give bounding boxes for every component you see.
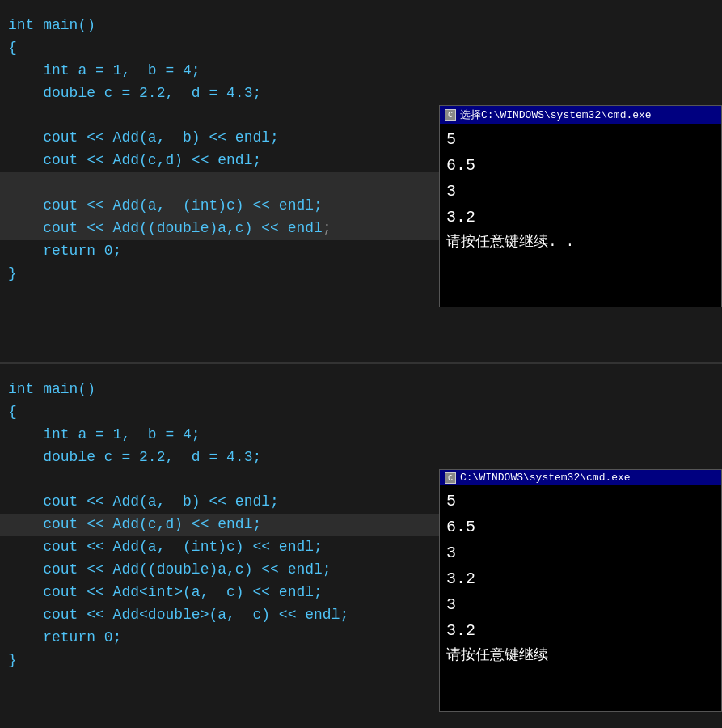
bottom-console-line-6: 3.2	[446, 618, 715, 644]
bottom-console-line-4: 3.2	[446, 566, 715, 592]
bottom-console-body: 5 6.5 3 3.2 3 3.2 请按任意键继续	[440, 485, 721, 671]
top-console: C 选择C:\WINDOWS\system32\cmd.exe 5 6.5 3 …	[439, 105, 722, 307]
top-console-body: 5 6.5 3 3.2 请按任意键继续. .	[440, 124, 721, 257]
bottom-line-1: int main()	[8, 379, 722, 401]
top-line-3: int a = 1, b = 4;	[8, 60, 722, 83]
bottom-line-3: int a = 1, b = 4;	[8, 424, 722, 447]
top-line-4: double c = 2.2, d = 4.3;	[8, 83, 722, 105]
bottom-console-title: C:\WINDOWS\system32\cmd.exe	[460, 472, 631, 484]
top-console-line-2: 6.5	[446, 153, 715, 179]
top-console-line-4: 3.2	[446, 205, 715, 231]
bottom-console-line-7: 请按任意键继续	[446, 644, 715, 667]
top-panel: int main() { int a = 1, b = 4; double c …	[0, 0, 722, 364]
top-console-title: 选择C:\WINDOWS\system32\cmd.exe	[460, 108, 652, 122]
bottom-console-titlebar: C C:\WINDOWS\system32\cmd.exe	[440, 470, 721, 485]
top-console-line-5: 请按任意键继续. .	[446, 231, 715, 254]
bottom-console-line-1: 5	[446, 489, 715, 514]
top-console-titlebar-icon: C	[445, 109, 456, 121]
top-line-1: int main()	[8, 15, 722, 37]
top-line-2: {	[8, 37, 722, 60]
bottom-panel: int main() { int a = 1, b = 4; double c …	[0, 364, 722, 728]
top-console-titlebar: C 选择C:\WINDOWS\system32\cmd.exe	[440, 106, 721, 124]
bottom-console-line-5: 3	[446, 592, 715, 618]
bottom-console-titlebar-icon: C	[445, 472, 456, 484]
bottom-console: C C:\WINDOWS\system32\cmd.exe 5 6.5 3 3.…	[439, 469, 722, 712]
bottom-console-line-3: 3	[446, 540, 715, 566]
bottom-line-2: {	[8, 401, 722, 424]
top-console-line-3: 3	[446, 179, 715, 205]
top-console-line-1: 5	[446, 127, 715, 153]
bottom-console-line-2: 6.5	[446, 514, 715, 540]
bottom-line-4: double c = 2.2, d = 4.3;	[8, 447, 722, 469]
